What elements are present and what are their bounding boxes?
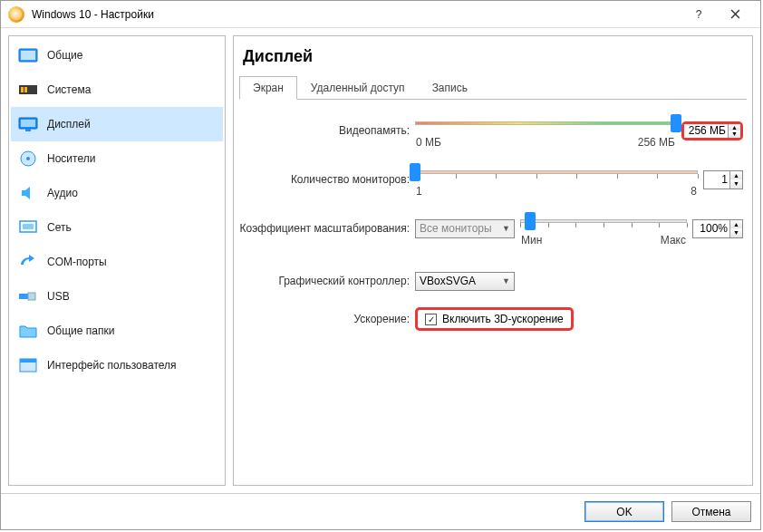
scale-spinner[interactable]: ▲▼ xyxy=(692,219,743,238)
monitors-label: Количество мониторов: xyxy=(234,173,415,186)
accel-3d-wrap: ✓ Включить 3D-ускорение xyxy=(415,307,574,331)
tab-Удаленный доступ[interactable]: Удаленный доступ xyxy=(297,76,419,100)
sidebar-item-label: Дисплей xyxy=(47,118,91,131)
page-title: Дисплей xyxy=(234,36,752,75)
svg-point-9 xyxy=(26,157,30,160)
spinner-down-icon[interactable]: ▼ xyxy=(729,131,740,138)
sidebar-item-system[interactable]: Система xyxy=(11,73,223,107)
svg-rect-12 xyxy=(19,294,28,299)
scale-max-label: Макс xyxy=(661,234,686,247)
usb-icon xyxy=(18,288,38,305)
scale-input[interactable] xyxy=(693,220,729,237)
svg-rect-4 xyxy=(24,87,27,92)
vm-min-label: 0 МБ xyxy=(416,136,441,149)
system-icon xyxy=(18,82,38,98)
scale-slider[interactable] xyxy=(520,210,687,232)
app-icon xyxy=(8,6,24,23)
sidebar-item-com[interactable]: COM-порты xyxy=(11,245,223,279)
display-icon xyxy=(18,116,38,132)
mon-max-label: 8 xyxy=(691,185,697,198)
sidebar-item-audio[interactable]: Аудио xyxy=(11,176,223,210)
chevron-down-icon: ▼ xyxy=(502,276,510,285)
dialog-footer: OK Отмена xyxy=(1,493,760,529)
controller-select[interactable]: VBoxSVGA ▼ xyxy=(415,272,515,291)
spinner-up-icon[interactable]: ▲ xyxy=(730,220,742,229)
sidebar-item-network[interactable]: Сеть xyxy=(11,210,223,245)
video-memory-label: Видеопамять: xyxy=(234,124,415,137)
sidebar-item-display[interactable]: Дисплей xyxy=(11,107,223,141)
chevron-down-icon: ▼ xyxy=(502,224,510,233)
sidebar-item-label: Общие xyxy=(47,49,82,62)
spinner-down-icon[interactable]: ▼ xyxy=(730,228,742,237)
svg-rect-13 xyxy=(28,293,35,300)
accel-3d-label: Включить 3D-ускорение xyxy=(442,313,564,325)
monitors-slider[interactable] xyxy=(415,161,698,183)
video-memory-slider[interactable] xyxy=(415,112,676,134)
svg-rect-6 xyxy=(21,120,35,127)
svg-rect-7 xyxy=(25,129,31,131)
monitors-spinner[interactable]: ▲▼ xyxy=(703,170,743,189)
svg-rect-11 xyxy=(23,224,34,229)
com-icon xyxy=(18,254,38,270)
cancel-button[interactable]: Отмена xyxy=(671,501,751,522)
scale-min-label: Мин xyxy=(521,234,542,247)
sidebar-item-label: Интерфейс пользователя xyxy=(47,359,177,372)
sidebar-item-label: Система xyxy=(47,83,91,96)
sidebar-item-label: USB xyxy=(47,290,70,303)
tab-Запись[interactable]: Запись xyxy=(419,76,481,100)
accel-3d-checkbox[interactable]: ✓ xyxy=(425,314,437,325)
sidebar-item-ui[interactable]: Интерфейс пользователя xyxy=(11,348,223,382)
ok-button[interactable]: OK xyxy=(584,501,664,522)
accel-label: Ускорение: xyxy=(234,313,415,325)
sidebar-item-usb[interactable]: USB xyxy=(11,279,223,314)
titlebar: Windows 10 - Настройки ? xyxy=(1,1,760,28)
content-pane: Дисплей ЭкранУдаленный доступЗапись Виде… xyxy=(233,35,753,486)
mon-min-label: 1 xyxy=(416,185,422,198)
video-memory-spinner[interactable]: ▲▼ xyxy=(681,121,743,140)
spinner-up-icon[interactable]: ▲ xyxy=(730,171,742,180)
sidebar-item-label: Сеть xyxy=(47,221,72,234)
svg-rect-15 xyxy=(20,359,36,363)
ui-icon xyxy=(18,357,38,373)
spinner-up-icon[interactable]: ▲ xyxy=(729,124,740,131)
tabs: ЭкранУдаленный доступЗапись xyxy=(239,75,747,100)
sidebar-item-label: Общие папки xyxy=(47,324,114,337)
general-icon xyxy=(18,47,38,63)
scale-label: Коэффициент масштабирования: xyxy=(234,222,415,235)
controller-label: Графический контроллер: xyxy=(234,275,415,287)
sidebar-item-storage[interactable]: Носители xyxy=(11,141,223,176)
spinner-down-icon[interactable]: ▼ xyxy=(730,179,742,189)
help-button[interactable]: ? xyxy=(681,2,717,27)
video-memory-input[interactable] xyxy=(684,124,728,138)
audio-icon xyxy=(18,185,38,201)
close-button[interactable] xyxy=(717,2,753,27)
sidebar-item-label: COM-порты xyxy=(47,256,107,268)
svg-rect-1 xyxy=(21,51,35,60)
scale-monitor-select[interactable]: Все мониторы ▼ xyxy=(415,219,515,238)
network-icon xyxy=(18,219,38,236)
window-title: Windows 10 - Настройки xyxy=(32,8,681,21)
sidebar-item-folders[interactable]: Общие папки xyxy=(11,314,223,348)
monitors-input[interactable] xyxy=(704,171,729,189)
tab-Экран[interactable]: Экран xyxy=(239,76,297,100)
folders-icon xyxy=(18,323,38,339)
svg-rect-3 xyxy=(21,87,24,92)
sidebar: ОбщиеСистемаДисплейНосителиАудиоСетьCOM-… xyxy=(8,35,226,486)
sidebar-item-label: Носители xyxy=(47,152,95,165)
sidebar-item-label: Аудио xyxy=(47,187,78,199)
vm-max-label: 256 МБ xyxy=(638,136,675,149)
sidebar-item-general[interactable]: Общие xyxy=(11,38,223,73)
storage-icon xyxy=(18,150,38,167)
